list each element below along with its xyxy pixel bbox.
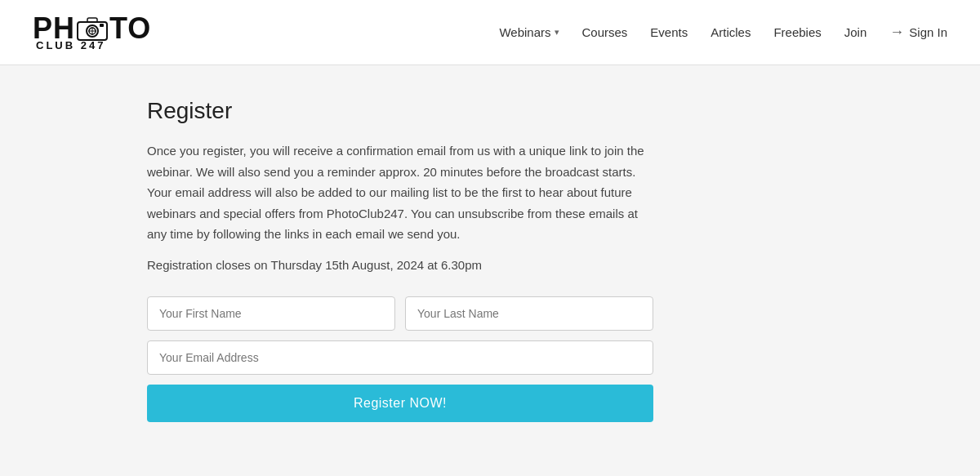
registration-description: Once you register, you will receive a co… [147, 140, 653, 245]
logo-to-text: TO [109, 14, 151, 43]
nav-join[interactable]: Join [844, 25, 867, 39]
camera-icon [77, 16, 108, 42]
name-fields-row [147, 296, 653, 331]
nav-webinars[interactable]: Webinars ▾ [499, 25, 559, 39]
signin-arrow-icon: → [889, 24, 904, 41]
register-now-button[interactable]: Register NOW! [147, 385, 653, 422]
nav-courses[interactable]: Courses [582, 25, 628, 39]
page-title: Register [147, 98, 833, 124]
svg-rect-5 [100, 24, 104, 27]
nav-events[interactable]: Events [650, 25, 688, 39]
first-name-input[interactable] [147, 296, 395, 331]
registration-closes: Registration closes on Thursday 15th Aug… [147, 258, 833, 272]
nav-freebies[interactable]: Freebies [773, 25, 821, 39]
logo[interactable]: PH [33, 14, 151, 51]
email-input[interactable] [147, 340, 653, 375]
logo-club-text: CLUB 247 [36, 40, 105, 51]
main-nav: Webinars ▾ Courses Events Articles Freeb… [499, 24, 947, 41]
nav-signin[interactable]: → Sign In [889, 24, 947, 41]
header: PH [0, 0, 980, 65]
chevron-down-icon: ▾ [555, 27, 559, 38]
last-name-input[interactable] [405, 296, 653, 331]
main-content: Register Once you register, you will rec… [114, 98, 866, 422]
nav-articles[interactable]: Articles [710, 25, 751, 39]
